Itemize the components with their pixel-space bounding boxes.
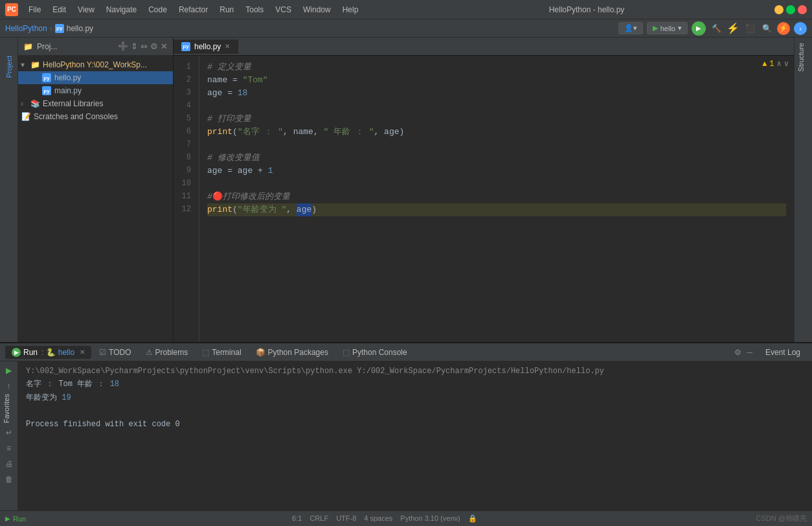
python-version[interactable]: Python 3.10 (venv) [400, 514, 460, 523]
cursor-position[interactable]: 6:1 [292, 514, 302, 523]
learn-button[interactable]: › [794, 22, 807, 35]
code-line-11: # 🔴 打印修改后的变量 [207, 190, 786, 203]
project-panel: 📁 Proj... ➕ ⇕ ⇔ ⚙ ✕ ▾ 📁 HelloPython Y:\0… [18, 38, 174, 342]
git-user-button[interactable]: 👤▾ [618, 22, 643, 34]
ln-10: 10 [176, 177, 196, 190]
run-config-selector[interactable]: ▶ hello ▾ [647, 22, 688, 34]
minimize-button[interactable]: ─ [774, 5, 784, 14]
breadcrumb-project[interactable]: HelloPython [5, 24, 47, 33]
menu-edit[interactable]: Edit [47, 3, 71, 16]
indent-info[interactable]: 4 spaces [364, 514, 392, 523]
favorites-tab-area: Favorites [0, 389, 18, 428]
breadcrumb-file: py hello.py [55, 24, 93, 33]
tree-scratches[interactable]: 📝 Scratches and Consoles [18, 110, 173, 123]
delete-btn[interactable]: 🗑 [3, 473, 16, 486]
var-name: name [207, 74, 227, 87]
panel-header-icons: ➕ ⇕ ⇔ ⚙ ✕ [118, 41, 168, 51]
favorites-tab[interactable]: Favorites [0, 389, 13, 428]
menu-window[interactable]: Window [298, 3, 336, 16]
warning-icon: ▲ [762, 58, 767, 71]
tab-run[interactable]: ▶ Run : 🐍 hello ✕ [5, 346, 91, 359]
tab-problems[interactable]: ⚠ Problems [139, 346, 195, 359]
output-age-label: 年龄 ： [77, 380, 109, 389]
run-tool-btn[interactable]: ▶ [3, 364, 16, 377]
num-1: 1 [268, 165, 273, 178]
add-icon[interactable]: ➕ [118, 41, 128, 51]
tree-main-py[interactable]: py main.py [18, 84, 173, 97]
menu-file[interactable]: File [23, 3, 46, 16]
settings-icon[interactable]: ⚙ [734, 348, 741, 357]
code-line-12: print ( "年龄变为 " , age ) [207, 203, 786, 216]
window-controls: ─ □ ✕ [774, 5, 807, 14]
editor-content[interactable]: 1 2 3 4 5 6 7 8 9 10 11 12 ▲ 1 ∧ ∨ [174, 56, 794, 342]
ln-7: 7 [176, 139, 196, 152]
build-button[interactable]: 🔨 [710, 22, 723, 35]
menu-tools[interactable]: Tools [240, 3, 269, 16]
tab-terminal[interactable]: ⬚ Terminal [196, 346, 247, 359]
file-icon: py [55, 24, 64, 33]
menu-run[interactable]: Run [214, 3, 239, 16]
tree-external-libs[interactable]: › 📚 External Libraries [18, 97, 173, 110]
editor-tab-hello[interactable]: py hello.py ✕ [174, 40, 238, 54]
tab-python-console[interactable]: ⬚ Python Console [336, 346, 414, 359]
op-2: = [222, 87, 237, 100]
close-button[interactable]: ✕ [798, 5, 807, 14]
menu-code[interactable]: Code [143, 3, 172, 16]
close-panel-icon[interactable]: ✕ [161, 41, 168, 51]
menu-vcs[interactable]: VCS [270, 3, 297, 16]
comma-4: , [286, 203, 297, 217]
menu-refactor[interactable]: Refactor [174, 3, 213, 16]
run-close[interactable]: ✕ [80, 349, 85, 356]
code-line-6: print ( "名字 ： " , name , " 年龄 ： " , age … [207, 126, 786, 139]
code-area[interactable]: ▲ 1 ∧ ∨ # 定义变量 name = "Tom" [199, 56, 794, 342]
tree-root[interactable]: ▾ 📁 HelloPython Y:\002_WorkSp... [18, 58, 173, 71]
bottom-tabs-bar: ▶ Run : 🐍 hello ✕ ☑ TODO ⚠ Problems ⬚ Te… [0, 343, 812, 361]
problems-icon: ⚠ [146, 348, 153, 357]
ln-8: 8 [176, 152, 196, 165]
tab-todo[interactable]: ☑ TODO [93, 346, 137, 359]
output-line-3 [26, 406, 804, 415]
menu-view[interactable]: View [73, 3, 100, 16]
left-sidebar-tabs: Project [0, 38, 18, 342]
tab-event-log[interactable]: Event Log [759, 346, 807, 359]
ln-3: 3 [176, 87, 196, 100]
structure-tab[interactable]: Structure [795, 38, 812, 77]
menu-navigate[interactable]: Navigate [101, 3, 142, 16]
nav-down-icon[interactable]: ∨ [784, 58, 789, 71]
project-tab-label: Project [5, 56, 13, 78]
title-bar: PC File Edit View Navigate Code Refactor… [0, 0, 812, 19]
stop-button[interactable]: ⬛ [743, 22, 756, 35]
collapse-icon[interactable]: ⇔ [141, 41, 148, 51]
coverage-button[interactable]: ⚡ [727, 22, 739, 35]
encoding[interactable]: UTF-8 [336, 514, 356, 523]
list-btn[interactable]: ≡ [3, 442, 16, 455]
paren-4: ) [311, 203, 317, 217]
tab-python-packages[interactable]: 📦 Python Packages [249, 346, 335, 359]
run-config-name: hello [660, 25, 675, 32]
tab-close-button[interactable]: ✕ [225, 43, 230, 50]
str-age-label: " 年龄 ： " [323, 126, 374, 139]
tree-hello-py[interactable]: py hello.py [18, 71, 173, 84]
op-1: = [227, 74, 242, 87]
run-button[interactable]: ▶ [692, 21, 706, 36]
todo-icon: ☑ [99, 348, 106, 357]
project-tab[interactable]: Project [0, 38, 18, 96]
nav-up-icon[interactable]: ∧ [777, 58, 782, 71]
root-label: HelloPython Y:\002_WorkSp... [43, 60, 147, 69]
packages-icon: 📦 [256, 348, 265, 357]
search-button[interactable]: 🔍 [760, 22, 773, 35]
menu-help[interactable]: Help [337, 3, 364, 16]
plugins-button[interactable]: ⚡ [777, 22, 790, 35]
maximize-button[interactable]: □ [786, 5, 795, 14]
func-print-2: print [207, 203, 232, 217]
line-ending[interactable]: CRLF [310, 514, 328, 523]
run-tab-name: : [41, 348, 43, 357]
print-btn[interactable]: 🖨 [3, 457, 16, 470]
window-title: HelloPython - hello.py [399, 5, 774, 14]
expand-icon[interactable]: ⇕ [131, 41, 138, 51]
warning-indicator[interactable]: ▲ 1 ∧ ∨ [757, 56, 794, 73]
code-line-2: name = "Tom" [207, 74, 786, 87]
settings-icon[interactable]: ⚙ [150, 41, 158, 51]
minimize-panel-icon[interactable]: ─ [747, 348, 752, 357]
hello-py-label: hello.py [54, 73, 81, 82]
